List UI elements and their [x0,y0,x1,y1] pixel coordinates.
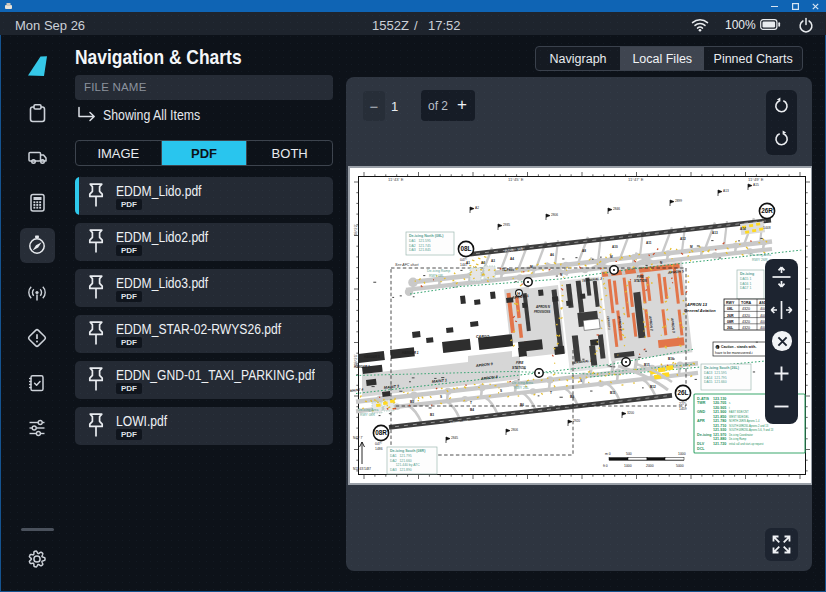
svg-text:APRON 13: APRON 13 [686,302,708,307]
svg-text:48°22': 48°22' [353,224,358,236]
svg-text:A15: A15 [753,183,759,187]
svg-text:De-icing: De-icing [740,272,754,276]
svg-text:DA14 121.795: DA14 121.795 [704,376,727,380]
svg-text:120.905: 120.905 [713,406,726,410]
svg-text:A10: A10 [612,245,618,249]
svg-text:A2: A2 [475,206,479,210]
svg-text:CARGO: CARGO [476,335,490,339]
svg-text:De-icing Coordinator: De-icing Coordinator [729,433,753,437]
svg-text:2806: 2806 [551,213,558,217]
svg-text:121.720: 121.720 [713,442,726,446]
svg-text:11°45' E: 11°45' E [508,177,524,182]
svg-text:i: i [716,346,717,350]
svg-text:RWY 26R: RWY 26R [752,258,768,262]
svg-text:De-icing Area: De-icing Area [512,381,533,385]
svg-text:A1: A1 [466,261,470,265]
svg-text:A3: A3 [491,259,495,263]
svg-text:A2: A2 [481,261,485,265]
svg-text:DA16 1: DA16 1 [740,282,751,286]
svg-text:2846: 2846 [613,207,620,211]
svg-text:26R: 26R [727,314,734,318]
svg-text:DLV: DLV [697,442,705,446]
svg-text:08R: 08R [375,429,387,436]
svg-text:TWR: TWR [697,401,706,405]
svg-text:B15: B15 [644,363,650,367]
svg-text:B1: B1 [410,400,414,404]
svg-text:11°49' E: 11°49' E [748,177,764,182]
svg-text:T: T [470,401,472,405]
svg-text:5000: 5000 [676,464,684,468]
svg-text:1000: 1000 [678,452,686,456]
svg-text:RWY 08R: RWY 08R [360,413,376,417]
svg-text:N47° 7': N47° 7' [353,436,363,440]
svg-text:227°: 227° [763,220,771,224]
svg-text:ft 0: ft 0 [603,464,608,468]
svg-text:2845: 2845 [451,436,458,440]
svg-text:S: S [440,395,442,399]
svg-text:DA3 121.845: DA3 121.845 [409,248,431,252]
svg-text:227°: 227° [679,402,687,406]
svg-text:2806: 2806 [511,428,518,432]
svg-text:A11: A11 [646,241,652,245]
svg-text:B11: B11 [610,391,616,395]
svg-text:DA17 1: DA17 1 [740,286,751,290]
svg-text:047°: 047° [375,442,383,446]
svg-text:DA2 121.660: DA2 121.660 [390,459,412,463]
svg-text:3200: 3200 [627,411,634,415]
svg-text:121.930: 121.930 [713,428,726,432]
svg-text:M: M [690,245,693,249]
svg-text:1448: 1448 [763,226,771,230]
svg-text:EAST SIDE/CNT: EAST SIDE/CNT [729,410,749,414]
svg-text:26L: 26L [677,389,688,396]
svg-text:121.440 by ATC: 121.440 by ATC [390,463,420,467]
svg-text:RWY 26L: RWY 26L [514,386,529,390]
svg-text:A13: A13 [712,231,718,235]
svg-text:N11°43'/1487: N11°43'/1487 [353,467,371,471]
svg-text:De-icing Area: De-icing Area [358,408,378,412]
svg-text:PROVISIONS: PROVISIONS [534,310,550,314]
svg-text:08R: 08R [727,320,734,324]
svg-text:120.705: 120.705 [713,401,726,405]
svg-text:GND: GND [697,410,706,414]
svg-text:General Aviation: General Aviation [684,308,716,313]
svg-text:RWY: RWY [726,301,735,305]
svg-text:S: S [500,389,502,393]
svg-text:S-Fuel: S-Fuel [614,354,624,358]
svg-text:NORTH 26R/S Aprons 1-4: NORTH 26R/S Aprons 1-4 [729,419,760,423]
svg-text:DA1 121.795: DA1 121.795 [390,454,412,458]
svg-text:SOUTH 08R/26L Aprons 5-6, 9 an: SOUTH 08R/26L Aprons 5-6, 9 and 13 [729,428,774,432]
svg-text:4320: 4320 [742,326,750,330]
svg-text:TORA: TORA [741,301,752,305]
svg-text:121.900: 121.900 [713,410,726,414]
svg-text:TL-Pass: TL-Pass [502,268,514,272]
svg-text:T: T [550,391,552,395]
svg-text:APRON N: APRON N [535,305,551,309]
svg-text:B4: B4 [470,408,474,412]
svg-text:DA15 121.660: DA15 121.660 [704,380,727,384]
svg-text:500: 500 [626,452,632,456]
svg-text:De-icing Ramp: De-icing Ramp [427,269,450,273]
svg-text:4320: 4320 [742,320,750,324]
svg-text:WEST SIDE/DEL: WEST SIDE/DEL [729,415,750,419]
svg-text:08L: 08L [460,245,471,252]
svg-text:2935: 2935 [503,223,510,227]
svg-text:initial call and start-up requ: initial call and start-up request [729,442,764,446]
svg-text:A13: A13 [723,189,729,193]
svg-text:1459: 1459 [679,407,687,411]
svg-text:1000: 1000 [624,464,632,468]
svg-text:De-icing South (26L): De-icing South (26L) [704,366,740,370]
svg-text:1486: 1486 [375,447,383,451]
svg-text:De-icing North (08L): De-icing North (08L) [409,234,444,238]
svg-text:APR: APR [697,419,705,423]
svg-text:SOUTH 08R/26L Aprons 2 and 13: SOUTH 08R/26L Aprons 2 and 13 [729,424,769,428]
svg-text:D-ATIS: D-ATIS [697,397,710,401]
svg-text:121.880: 121.880 [713,437,726,441]
svg-text:FIRE: FIRE [516,361,524,365]
svg-text:See AFC chart: See AFC chart [395,263,419,267]
svg-text:DA2 121.745: DA2 121.745 [409,244,431,248]
svg-text:2899: 2899 [675,199,682,203]
svg-text:121.850: 121.850 [713,415,726,419]
svg-text:A6: A6 [550,253,554,257]
svg-text:2920: 2920 [573,419,580,423]
svg-text:RWY 08L: RWY 08L [429,274,444,278]
